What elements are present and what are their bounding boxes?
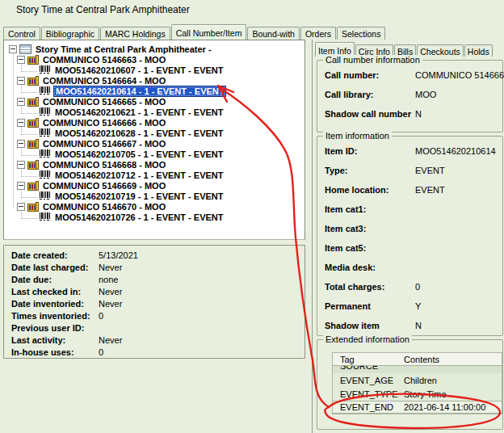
tree-call-number-node[interactable]: COMMUNICO 5146665 - MOO — [4, 96, 304, 107]
call-number-item-tree[interactable]: Story Time at Central Park Amphitheater … — [3, 40, 305, 240]
tab-orders[interactable]: Orders — [300, 27, 336, 40]
expand-collapse-box[interactable] — [9, 45, 17, 53]
tree-node-label: COMMUNICO 5146667 - MOO — [41, 139, 167, 149]
field-row: Item cat1: — [325, 204, 501, 216]
tree-connector — [21, 170, 37, 177]
detail-label: Times inventoried: — [11, 311, 99, 323]
field-row: Shadow itemN — [325, 321, 501, 332]
detail-row: Last checked in:Never — [11, 287, 304, 299]
tree-node-label: COMMUNICO 5146665 - MOO — [41, 97, 167, 107]
tree-node-label: COMMUNICO 5146670 - MOO — [41, 202, 167, 212]
field-label: Media desk: — [325, 263, 415, 274]
tree-connector — [21, 107, 37, 114]
barcode-icon — [39, 212, 51, 221]
table-row-event-end[interactable]: EVENT_END2021-06-14 11:00:00 — [333, 401, 502, 414]
call-number-icon — [27, 139, 39, 149]
tab-call-number-item[interactable]: Call Number/Item — [171, 24, 247, 40]
tag-column-header: Tag — [333, 355, 404, 364]
field-row: Call library:MOO — [325, 90, 501, 101]
tree-call-number-node[interactable]: COMMUNICO 5146668 - MOO — [4, 159, 304, 170]
detail-row: Date created:5/13/2021 — [11, 250, 304, 263]
tree-call-number-node[interactable]: COMMUNICO 5146670 - MOO — [4, 201, 304, 212]
group-title: Item information — [323, 131, 392, 141]
tree-root-node[interactable]: Story Time at Central Park Amphitheater … — [4, 44, 304, 54]
tree-call-number-node[interactable]: COMMUNICO 5146667 - MOO — [4, 138, 304, 149]
expand-collapse-box[interactable] — [17, 203, 25, 211]
tab-selections[interactable]: Selections — [337, 27, 385, 40]
window-title: Story Time at Central Park Amphitheater — [16, 4, 190, 15]
contents-cell: Children — [404, 376, 502, 385]
tree-node-label: COMMUNICO 5146663 - MOO — [41, 55, 167, 65]
tag-cell: SOURCE — [333, 366, 404, 371]
tree-call-number-node[interactable]: COMMUNICO 5146664 - MOO — [4, 75, 304, 86]
detail-row: Date due:none — [11, 275, 304, 287]
barcode-icon — [39, 149, 51, 158]
tree-call-number-node[interactable]: COMMUNICO 5146669 - MOO — [4, 180, 304, 191]
expand-collapse-box[interactable] — [17, 140, 25, 148]
field-value: EVENT — [415, 166, 445, 177]
field-row: Total charges:0 — [325, 282, 501, 293]
tab-bibliographic[interactable]: Bibliographic — [41, 27, 99, 40]
field-value: MOO514620210614 — [415, 146, 496, 158]
field-value: N — [415, 109, 422, 120]
item-details-panel: Date created:5/13/2021Date last charged:… — [3, 245, 305, 359]
barcode-icon — [39, 170, 51, 179]
tree-item-node[interactable]: MOO514620210726 - 1 - EVENT - EVENT — [4, 212, 304, 222]
extended-info-table-header: Tag Contents — [333, 353, 502, 366]
detail-label: Last checked in: — [11, 287, 99, 299]
expand-collapse-box[interactable] — [17, 98, 25, 106]
tab-holds[interactable]: Holds — [464, 44, 493, 57]
detail-value: none — [99, 275, 118, 287]
tree-node-label: COMMUNICO 5146666 - MOO — [41, 118, 167, 128]
field-value: COMMUNICO 5146664 — [415, 70, 504, 82]
tree-node-label: MOO514620210705 - 1 - EVENT - EVENT — [53, 149, 225, 159]
expand-collapse-box[interactable] — [17, 77, 25, 85]
field-row: Item ID:MOO514620210614 — [325, 146, 501, 158]
field-value: 0 — [415, 282, 420, 293]
tab-checkouts[interactable]: Checkouts — [417, 44, 464, 57]
tree-node-label: MOO514620210614 - 1 - EVENT - EVENT — [53, 86, 226, 97]
expand-collapse-box[interactable] — [17, 56, 25, 64]
tab-bound-with[interactable]: Bound-with — [247, 27, 300, 40]
tree-node-label: MOO514620210719 - 1 - EVENT - EVENT — [53, 191, 225, 201]
field-label: Item cat1: — [325, 204, 415, 216]
tree-item-node[interactable]: MOO514620210719 - 1 - EVENT - EVENT — [4, 191, 304, 201]
tree-item-node[interactable]: MOO514620210607 - 1 - EVENT - EVENT — [4, 65, 304, 75]
tag-cell: EVENT_TYPE — [333, 389, 404, 399]
field-value: MOO — [415, 90, 436, 101]
field-row: Item cat5: — [325, 243, 501, 254]
detail-row: In-house uses:0 — [11, 347, 304, 359]
tree-connector — [21, 65, 37, 72]
tree-item-node[interactable]: MOO514620210705 - 1 - EVENT - EVENT — [4, 149, 304, 159]
tree-item-node[interactable]: MOO514620210712 - 1 - EVENT - EVENT — [4, 170, 304, 180]
extended-information-group: Extended information Tag Contents SOURCE… — [317, 339, 503, 430]
group-title: Call number information — [323, 55, 422, 65]
expand-collapse-box[interactable] — [17, 182, 25, 190]
tree-node-label: COMMUNICO 5146664 - MOO — [41, 76, 167, 86]
tab-marc-holdings[interactable]: MARC Holdings — [100, 27, 170, 40]
field-row: Call number:COMMUNICO 5146664 — [325, 70, 501, 82]
tab-control[interactable]: Control — [3, 27, 40, 40]
table-row[interactable]: EVENT_TYPEStory Time — [333, 387, 502, 401]
group-title: Extended information — [323, 334, 412, 344]
detail-label: Date created: — [11, 250, 99, 263]
detail-row: Date inventoried:Never — [11, 299, 304, 311]
field-value: N — [415, 321, 422, 332]
extended-info-table[interactable]: Tag Contents SOURCEEVENT_AGEChildrenEVEN… — [332, 352, 502, 414]
expand-collapse-box[interactable] — [17, 161, 25, 169]
tree-call-number-node[interactable]: COMMUNICO 5146666 - MOO — [4, 117, 304, 128]
field-label: Item cat3: — [325, 224, 415, 235]
tree-node-label: MOO514620210726 - 1 - EVENT - EVENT — [53, 212, 225, 222]
call-number-icon — [27, 118, 39, 128]
tree-item-node-selected[interactable]: MOO514620210614 - 1 - EVENT - EVENT — [4, 86, 304, 96]
tree-call-number-node[interactable]: COMMUNICO 5146663 - MOO — [4, 54, 304, 65]
contents-cell: Story Time — [404, 389, 502, 399]
field-label: Type: — [325, 166, 415, 177]
tree-item-node[interactable]: MOO514620210621 - 1 - EVENT - EVENT — [4, 107, 304, 117]
tag-cell: EVENT_AGE — [333, 376, 404, 385]
table-row[interactable]: EVENT_AGEChildren — [333, 373, 502, 387]
expand-collapse-box[interactable] — [17, 119, 25, 127]
table-row-partial[interactable]: SOURCE — [333, 366, 502, 373]
tree-item-node[interactable]: MOO514620210628 - 1 - EVENT - EVENT — [4, 128, 304, 138]
detail-row: Times inventoried:0 — [11, 311, 304, 323]
